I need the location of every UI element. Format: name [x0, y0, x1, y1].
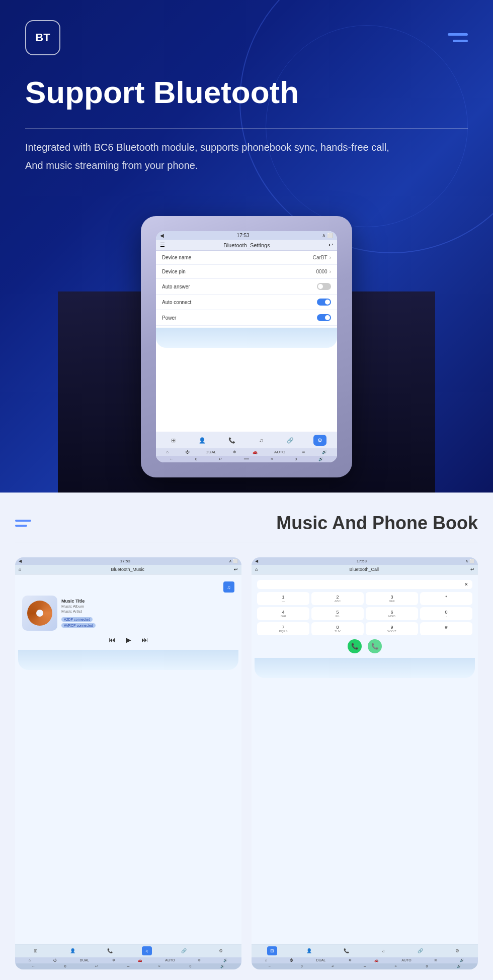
- menu-button[interactable]: [448, 33, 468, 42]
- back-icon[interactable]: ↩: [328, 242, 333, 248]
- speaker-icon[interactable]: 🔊: [322, 450, 327, 454]
- mb-back[interactable]: ←: [32, 964, 35, 968]
- m-power[interactable]: ⏻: [53, 958, 57, 962]
- device-pin-row[interactable]: Device pin 0000 ›: [156, 265, 337, 279]
- m-vol[interactable]: 🔊: [223, 958, 228, 962]
- power-row: Power: [156, 310, 337, 326]
- dial-key-2[interactable]: 2ABC: [311, 592, 364, 605]
- dial-key-6[interactable]: 6MNO: [366, 607, 418, 620]
- call-back-btn[interactable]: ◀: [255, 559, 258, 563]
- music-home-icon[interactable]: ⌂: [19, 567, 21, 572]
- call-nav-grid[interactable]: ⊞: [267, 946, 277, 955]
- m-car[interactable]: 🚗: [138, 958, 142, 962]
- call-nav-phone[interactable]: 📞: [341, 946, 351, 955]
- dialpad: ✕ 1— 2ABC 3DEF * 4GHI 5JKL 6MNO 0· 7PQRS: [255, 577, 475, 656]
- call-button[interactable]: 📞: [348, 639, 362, 653]
- cb-back[interactable]: ←: [268, 964, 272, 968]
- c-vol[interactable]: 🔊: [460, 958, 464, 962]
- music-back-btn[interactable]: ◀: [19, 559, 22, 563]
- screen-frame: ◀ 17:53 ∧ ⬜ ☰ Bluetooth_Settings ↩ Devic…: [141, 216, 352, 477]
- auto-answer-row: Auto answer: [156, 279, 337, 295]
- dial-key-4[interactable]: 4GHI: [257, 607, 309, 620]
- call-nav-link[interactable]: 🔗: [415, 946, 425, 955]
- cb-enter[interactable]: ↵: [332, 964, 335, 968]
- c-home[interactable]: ⌂: [265, 958, 267, 962]
- nav-settings-icon[interactable]: ⚙: [313, 435, 326, 446]
- mb-vol[interactable]: 🔊: [220, 964, 225, 968]
- call-back-icon[interactable]: ↩: [470, 567, 474, 572]
- auto-answer-label: Auto answer: [162, 284, 190, 289]
- play-button[interactable]: ▶: [126, 636, 131, 644]
- home-icon[interactable]: ⌂: [166, 450, 169, 454]
- back-arrow[interactable]: ←: [170, 457, 174, 461]
- nav-person-icon[interactable]: 👤: [196, 435, 209, 446]
- fan-icon[interactable]: ≋: [302, 450, 305, 454]
- music-nav-link[interactable]: 🔗: [179, 946, 189, 955]
- call-nav-music[interactable]: ♫: [378, 946, 388, 955]
- c-fan[interactable]: ≋: [434, 958, 437, 962]
- c-dual: DUAL: [316, 958, 326, 962]
- auto-connect-toggle[interactable]: [317, 299, 331, 306]
- c-car[interactable]: 🚗: [374, 958, 379, 962]
- dial-key-5[interactable]: 5JKL: [311, 607, 364, 620]
- bt-logo: BT: [25, 20, 60, 55]
- temp-left: 0: [195, 457, 197, 461]
- dial-key-hash[interactable]: #: [420, 622, 472, 635]
- dial-key-9[interactable]: 9WXYZ: [366, 622, 418, 635]
- enter-icon[interactable]: ↵: [219, 457, 222, 461]
- music-bottom-nav: ⊞ 👤 📞 ♫ 🔗 ⚙: [15, 944, 241, 957]
- dial-key-1[interactable]: 1—: [257, 592, 309, 605]
- dial-key-8[interactable]: 8TUV: [311, 622, 364, 635]
- menu-icon[interactable]: ☰: [160, 242, 165, 248]
- device-name-row[interactable]: Device name CarBT ›: [156, 251, 337, 265]
- dial-key-3[interactable]: 3DEF: [366, 592, 418, 605]
- back-btn[interactable]: ◀: [160, 233, 164, 238]
- dial-clear-icon[interactable]: ✕: [464, 582, 468, 587]
- m-fan[interactable]: ≋: [198, 958, 201, 962]
- music-nav-phone[interactable]: 📞: [105, 946, 115, 955]
- hero-header: BT: [25, 20, 468, 55]
- music-nav-settings[interactable]: ⚙: [216, 946, 226, 955]
- car-icon[interactable]: 🚗: [253, 450, 258, 454]
- cb-t2: 0: [426, 964, 428, 968]
- screens-row: ◀ 17:53 ∧ ⬜ ⌂ Bluetooth_Music ↩ ♫: [15, 557, 478, 969]
- music-note-icon[interactable]: ♫: [223, 581, 234, 593]
- c-snow[interactable]: ❄: [349, 958, 352, 962]
- nav-link-icon[interactable]: 🔗: [284, 435, 297, 446]
- music-back-icon[interactable]: ↩: [234, 567, 238, 572]
- dial-key-0[interactable]: 0·: [420, 607, 472, 620]
- c-power[interactable]: ⏻: [290, 958, 293, 962]
- dial-input[interactable]: ✕: [257, 580, 472, 589]
- nav-phone-icon[interactable]: 📞: [225, 435, 238, 446]
- power-label: Power: [162, 315, 176, 321]
- call-screen-card: ◀ 17:53 ∧ ⬜ ⌂ Bluetooth_Call ↩ ✕: [252, 557, 478, 969]
- music-nav-person[interactable]: 👤: [67, 946, 77, 955]
- auto-answer-toggle[interactable]: [317, 283, 331, 290]
- mb-enter[interactable]: ↵: [95, 964, 98, 968]
- next-button[interactable]: ⏭: [141, 636, 148, 644]
- power-icon[interactable]: ⏻: [185, 450, 189, 454]
- redial-button[interactable]: 📞: [368, 639, 382, 653]
- snowflake-icon[interactable]: ❄: [233, 450, 236, 454]
- power-toggle[interactable]: [317, 314, 331, 321]
- call-content: ✕ 1— 2ABC 3DEF * 4GHI 5JKL 6MNO 0· 7PQRS: [252, 574, 478, 944]
- nav-music-icon[interactable]: ♫: [255, 435, 268, 446]
- cb-vol[interactable]: 🔊: [457, 964, 461, 968]
- nav-grid-icon[interactable]: ⊞: [167, 435, 180, 446]
- m-home[interactable]: ⌂: [29, 958, 31, 962]
- music-player: ♫ Music Title Music Album Music Artist: [18, 577, 238, 648]
- call-nav-person[interactable]: 👤: [304, 946, 314, 955]
- dial-key-7[interactable]: 7PQRS: [257, 622, 309, 635]
- call-nav-settings[interactable]: ⚙: [452, 946, 462, 955]
- auto-connect-row: Auto connect: [156, 295, 337, 310]
- section2-divider: [15, 542, 478, 542]
- music-nav-grid[interactable]: ⊞: [31, 946, 41, 955]
- m-snow[interactable]: ❄: [112, 958, 115, 962]
- avrcp-badge: AVRCP connected: [61, 623, 96, 628]
- call-home-icon[interactable]: ⌂: [255, 567, 258, 572]
- section2-menu-button[interactable]: [15, 520, 31, 527]
- prev-button[interactable]: ⏮: [109, 636, 116, 644]
- vol-icon[interactable]: 🔊: [318, 457, 323, 461]
- music-nav-music[interactable]: ♫: [142, 946, 152, 955]
- dial-key-star[interactable]: *: [420, 592, 472, 605]
